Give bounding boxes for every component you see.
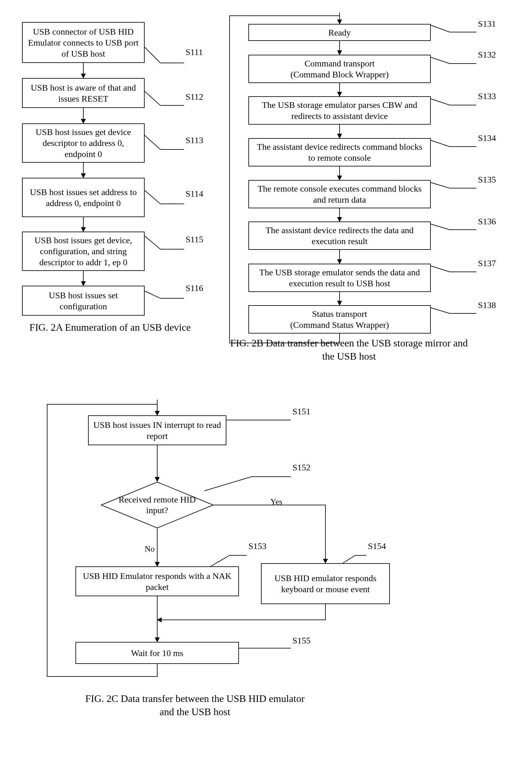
figB-step-8: Status transport (Command Status Wrapper… [249, 305, 431, 334]
figC-s151-label: S151 [292, 406, 311, 417]
figA-step-3-label: S113 [185, 135, 203, 145]
figC-caption: FIG. 2C Data transfer between the USB HI… [85, 692, 305, 718]
figC-step-s151: USB host issues IN interrupt to read rep… [88, 415, 226, 445]
figA-step-6-label: S116 [185, 283, 203, 293]
figA-step-5-text: USB host issues get device, configuratio… [26, 235, 140, 268]
figB-step-2: Command transport (Command Block Wrapper… [249, 55, 431, 83]
figC-s154-label: S154 [368, 541, 386, 551]
figA-step-1-text: USB connector of USB HID Emulator connec… [26, 26, 140, 59]
figB-step-6-text: The assistant device redirects the data … [253, 225, 426, 247]
figB-step-3: The USB storage emulator parses CBW and … [249, 96, 431, 125]
figB-step-1: Ready [249, 24, 431, 41]
figA-caption: FIG. 2A Enumeration of an USB device [9, 321, 211, 334]
figB-step-3-label: S133 [478, 91, 496, 101]
figB-step-6: The assistant device redirects the data … [249, 222, 431, 250]
figB-step-7: The USB storage emulator sends the data … [249, 264, 431, 292]
figA-step-6-text: USB host issues set configuration [26, 290, 140, 312]
figB-step-4-text: The assistant device redirects command b… [253, 141, 426, 163]
figB-step-5: The remote console executes command bloc… [249, 180, 431, 208]
figC-step-s153: USB HID Emulator responds with a NAK pac… [75, 566, 239, 596]
figB-step-6-label: S136 [478, 216, 496, 227]
figB-step-5-text: The remote console executes command bloc… [253, 183, 426, 205]
figC-s152-label: S152 [292, 462, 311, 473]
figB-step-2-label: S132 [478, 50, 496, 60]
figA-step-1-label: S111 [185, 47, 203, 57]
figA-step-4: USB host issues set address to address 0… [22, 178, 145, 217]
figB-step-7-text: The USB storage emulator sends the data … [253, 267, 426, 289]
figC-s152-text: Received remote HID input? [116, 494, 198, 516]
figC-no-label: No [145, 544, 155, 554]
figB-step-5-label: S135 [478, 175, 496, 185]
figB-step-1-text: Ready [328, 27, 351, 38]
figB-step-4-label: S134 [478, 133, 496, 143]
figA-step-6: USB host issues set configuration [22, 286, 145, 315]
figA-step-2-text: USB host is aware of that and issues RES… [26, 82, 140, 104]
figA-step-2: USB host is aware of that and issues RES… [22, 78, 145, 108]
figC-step-s155: Wait for 10 ms [75, 642, 239, 664]
figB-caption: FIG. 2B Data transfer between the USB st… [223, 337, 475, 363]
figA-step-5-label: S115 [185, 234, 203, 244]
figA-step-2-label: S112 [185, 92, 203, 102]
figC-s155-text: Wait for 10 ms [131, 647, 183, 659]
figB-step-3-text: The USB storage emulator parses CBW and … [253, 99, 426, 121]
figA-step-3: USB host issues get device descriptor to… [22, 123, 145, 163]
figB-step-8-label: S138 [478, 300, 496, 310]
figC-s153-text: USB HID Emulator responds with a NAK pac… [80, 571, 234, 592]
figC-s153-label: S153 [249, 541, 267, 551]
figC-decision-s152: Received remote HID input? [101, 481, 214, 529]
figC-yes-label: Yes [270, 497, 282, 506]
figB-step-8-text: Status transport (Command Status Wrapper… [290, 308, 389, 330]
figA-step-3-text: USB host issues get device descriptor to… [26, 127, 140, 159]
figA-step-4-label: S114 [185, 189, 203, 199]
figC-s155-label: S155 [292, 636, 311, 646]
figB-step-4: The assistant device redirects command b… [249, 138, 431, 166]
figB-step-1-label: S131 [478, 19, 496, 29]
figA-step-5: USB host issues get device, configuratio… [22, 232, 145, 271]
figA-step-1: USB connector of USB HID Emulator connec… [22, 22, 145, 63]
figC-s154-text: USB HID emulator responds keyboard or mo… [265, 573, 385, 595]
figC-s151-text: USB host issues IN interrupt to read rep… [93, 420, 222, 441]
figB-step-7-label: S137 [478, 258, 496, 269]
figC-step-s154: USB HID emulator responds keyboard or mo… [261, 563, 390, 604]
figB-step-2-text: Command transport (Command Block Wrapper… [290, 58, 389, 80]
diagram-page: USB connector of USB HID Emulator connec… [9, 9, 523, 771]
figA-step-4-text: USB host issues set address to address 0… [26, 187, 140, 209]
